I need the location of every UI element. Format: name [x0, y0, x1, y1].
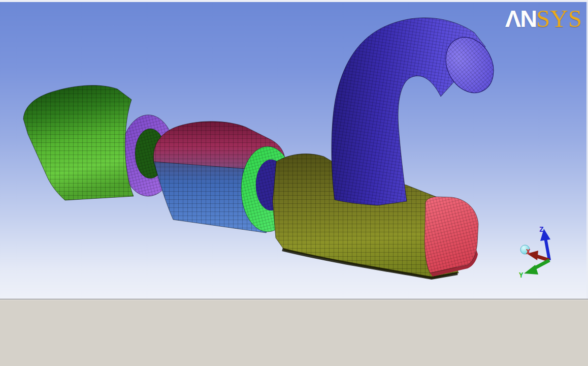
ansys-logo-sys: SYS — [536, 5, 582, 33]
y-axis-label: Y — [519, 271, 524, 279]
application-window: Z X Y ΛNSYS of elements: 45 -> 0.5, 8 va… — [0, 0, 588, 366]
bottom-panel: of elements: 45 -> 0.5, 8 values of elem… — [0, 299, 588, 366]
mesh-left-block-green — [23, 85, 134, 200]
x-axis-label: X — [526, 248, 531, 256]
ansys-logo-an: ΛN — [505, 5, 536, 32]
axis-triad: Z X Y — [519, 225, 550, 279]
ansys-logo: ΛNSYS — [505, 6, 582, 31]
viewport-3d[interactable]: Z X Y ΛNSYS — [0, 2, 588, 299]
mesh-scene-canvas[interactable]: Z X Y — [0, 2, 588, 299]
z-axis-label: Z — [539, 225, 543, 233]
mesh-right-block-cap-red — [424, 197, 478, 277]
